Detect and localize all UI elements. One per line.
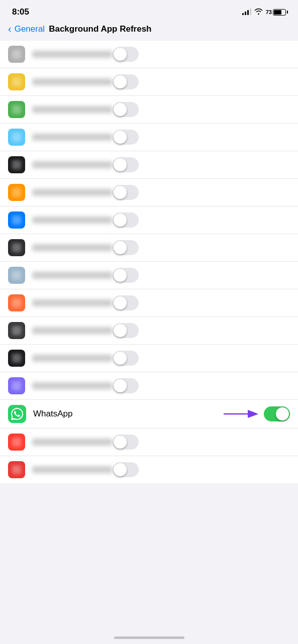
list-item — [0, 96, 298, 124]
app-icon — [8, 294, 25, 311]
app-icon — [8, 156, 25, 173]
toggle-switch[interactable] — [113, 240, 139, 255]
list-item — [0, 68, 298, 96]
app-name-blurred — [32, 382, 113, 389]
app-name-blurred — [32, 161, 113, 168]
list-item — [0, 317, 298, 345]
toggle-switch[interactable] — [113, 268, 139, 283]
app-icon — [8, 46, 25, 63]
app-name-blurred — [32, 466, 113, 473]
toggle-switch[interactable] — [113, 130, 139, 145]
back-button[interactable]: ‹ General — [8, 23, 45, 35]
toggle-thumb — [114, 352, 127, 365]
toggle-switch[interactable] — [113, 323, 139, 338]
app-icon — [8, 101, 25, 118]
toggle-switch[interactable] — [113, 157, 139, 172]
toggle-switch[interactable] — [113, 47, 139, 62]
app-name-blurred — [32, 217, 113, 224]
app-name-blurred — [32, 299, 113, 306]
toggle-switch[interactable] — [113, 102, 139, 117]
app-name-blurred — [32, 439, 113, 446]
app-name-blurred — [32, 244, 113, 251]
toggle-thumb — [114, 241, 127, 254]
page-title: Background App Refresh — [49, 24, 151, 34]
toggle-thumb — [114, 213, 127, 227]
app-name-blurred — [32, 355, 113, 362]
toggle-thumb — [114, 436, 127, 449]
back-label: General — [15, 24, 45, 34]
signal-icon — [242, 9, 251, 15]
toggle-thumb — [114, 103, 127, 116]
app-icon — [8, 377, 25, 394]
battery-level: 73 — [266, 9, 272, 15]
list-item — [0, 456, 298, 483]
list-item — [0, 179, 298, 206]
toggle-thumb — [114, 75, 127, 88]
toggle-thumb — [114, 379, 127, 392]
toggle-switch[interactable] — [113, 74, 139, 89]
whatsapp-app-icon — [8, 405, 26, 423]
toggle-switch[interactable] — [113, 295, 139, 310]
app-icon — [8, 184, 25, 201]
status-icons: 73 — [242, 8, 286, 16]
app-name-blurred — [32, 106, 113, 113]
app-list: WhatsApp — [0, 41, 298, 483]
list-item — [0, 234, 298, 262]
list-item — [0, 428, 298, 456]
toggle-thumb — [114, 269, 127, 282]
whatsapp-toggle[interactable] — [264, 406, 290, 421]
app-icon — [8, 73, 25, 90]
battery-icon: 73 — [266, 9, 286, 16]
arrow-annotation — [224, 406, 264, 421]
toggle-switch[interactable] — [113, 378, 139, 393]
app-icon — [8, 129, 25, 146]
app-icon — [8, 461, 25, 478]
list-item — [0, 41, 298, 68]
list-item — [0, 372, 298, 400]
app-name-blurred — [32, 78, 113, 85]
toggle-switch[interactable] — [113, 351, 139, 366]
toggle-thumb — [114, 186, 127, 199]
status-time: 8:05 — [12, 7, 29, 17]
toggle-switch[interactable] — [113, 462, 139, 477]
app-name-blurred — [32, 327, 113, 334]
arrow-icon — [224, 406, 264, 421]
toggle-thumb — [114, 324, 127, 337]
status-bar: 8:05 73 — [0, 0, 298, 21]
nav-header: ‹ General Background App Refresh — [0, 21, 298, 41]
back-chevron-icon: ‹ — [8, 23, 12, 35]
list-item — [0, 262, 298, 289]
app-icon — [8, 211, 25, 229]
toggle-thumb — [114, 463, 127, 476]
home-indicator — [114, 636, 184, 639]
list-item — [0, 151, 298, 179]
toggle-switch[interactable] — [113, 185, 139, 200]
toggle-thumb — [114, 131, 127, 144]
list-item — [0, 124, 298, 151]
wifi-icon — [254, 8, 263, 16]
toggle-thumb — [276, 407, 289, 420]
app-name-blurred — [32, 272, 113, 279]
list-item — [0, 206, 298, 234]
app-name-blurred — [32, 189, 113, 196]
list-item — [0, 289, 298, 317]
app-icon — [8, 350, 25, 367]
app-icon — [8, 434, 25, 451]
app-name-blurred — [32, 134, 113, 141]
whatsapp-row: WhatsApp — [0, 400, 298, 428]
app-icon — [8, 267, 25, 284]
toggle-switch[interactable] — [113, 212, 139, 228]
app-icon — [8, 239, 25, 256]
toggle-thumb — [114, 296, 127, 309]
toggle-thumb — [114, 158, 127, 171]
toggle-switch[interactable] — [113, 435, 139, 450]
whatsapp-logo — [11, 408, 23, 420]
app-icon — [8, 322, 25, 339]
toggle-thumb — [114, 48, 127, 61]
list-item — [0, 345, 298, 372]
app-name-blurred — [32, 51, 113, 58]
